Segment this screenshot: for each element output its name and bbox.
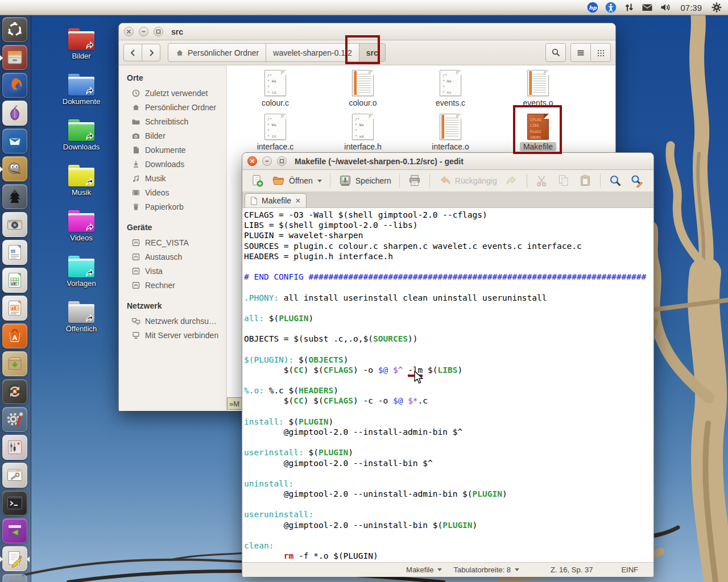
accessibility-icon[interactable] (605, 2, 617, 13)
launcher-item-lo-impress[interactable] (2, 296, 27, 321)
minimize-button[interactable] (262, 156, 272, 166)
launcher-item-mixer[interactable] (2, 435, 27, 460)
desktop-folder-dokumente[interactable]: Dokumente (56, 74, 107, 106)
sidebar-item-bilder[interactable]: Bilder (119, 128, 226, 143)
desktop-folder-öffentlich[interactable]: Öffentlich (56, 301, 107, 333)
clock[interactable]: 07:39 (678, 3, 704, 13)
code-line-15[interactable]: $(PLUGIN): $(OBJECTS) (244, 355, 653, 365)
sidebar-item-persönlicher-ordner[interactable]: Persönlicher Ordner (119, 100, 226, 114)
mail-icon[interactable] (642, 2, 653, 13)
code-line-25[interactable]: @gimptool-2.0 --install-bin $^ (244, 458, 653, 468)
code-line-8[interactable] (244, 282, 653, 292)
breadcrumb-home[interactable]: Persönlicher Ordner (168, 43, 266, 62)
save-button[interactable]: Speichern (335, 172, 395, 189)
sidebar-item-downloads[interactable]: Downloads (119, 157, 226, 171)
desktop-folder-bilder[interactable]: Bilder (56, 28, 107, 60)
code-line-24[interactable]: userinstall: $(PLUGIN) (244, 447, 653, 458)
hp-logo[interactable]: hp (587, 2, 598, 13)
code-line-5[interactable]: HEADERS = plugin.h interface.h (244, 251, 653, 261)
back-button[interactable] (123, 44, 142, 61)
folder-open-button[interactable]: Öffnen (268, 172, 325, 189)
network-arrows-icon[interactable] (623, 2, 635, 13)
code-line-4[interactable]: SOURCES = plugin.c colour.c sharpen.c wa… (244, 241, 653, 251)
sidebar-item-videos[interactable]: Videos (119, 185, 226, 199)
code-line-3[interactable]: PLUGIN = wavelet-sharpen (244, 230, 653, 240)
launcher-item-lo-writer[interactable] (2, 240, 27, 265)
code-line-30[interactable]: useruninstall: (244, 509, 653, 519)
volume-icon[interactable] (660, 2, 671, 13)
grid-view-button[interactable] (590, 43, 611, 62)
doc-new-button[interactable] (247, 172, 267, 189)
print-button[interactable] (404, 172, 425, 189)
file-interface-c[interactable]: /* * Wa * * ininterface.c (231, 113, 319, 156)
code-line-32[interactable] (244, 530, 653, 541)
launcher-item-gimp[interactable] (2, 156, 27, 181)
launcher-item-shotwell[interactable] (2, 212, 27, 237)
desktop-folder-musik[interactable]: Musik (56, 165, 107, 197)
text-editor[interactable]: CFLAGS = -O3 -Wall $(shell gimptool-2.0 … (242, 208, 653, 562)
code-line-31[interactable]: @gimptool-2.0 --uninstall-bin $(PLUGIN) (244, 520, 653, 530)
forward-button[interactable] (142, 44, 160, 61)
file-events-c[interactable]: /* * Wa * * evevents.c (407, 69, 494, 113)
launcher-item-gedit[interactable] (2, 546, 27, 571)
cut-button[interactable] (532, 172, 552, 189)
search-button[interactable] (545, 43, 566, 62)
code-line-23[interactable] (244, 437, 653, 447)
sidebar-item-zuletzt-verwendet[interactable]: Zuletzt verwendet (119, 86, 226, 100)
redo-button[interactable] (502, 172, 522, 189)
launcher-item-thunderbird[interactable] (2, 128, 27, 153)
maximize-button[interactable] (277, 156, 287, 166)
code-line-26[interactable] (244, 468, 653, 479)
sidebar-item-vista[interactable]: Vista (119, 264, 226, 278)
sidebar-item-rec-vista[interactable]: REC_VISTA (119, 235, 226, 250)
sidebar-item-netzwerk-durchsu-[interactable]: Netzwerk durchsu… (119, 314, 226, 328)
undo-button[interactable]: Rückgängig (435, 172, 500, 189)
code-line-10[interactable] (244, 303, 653, 313)
code-line-16[interactable]: $(CC) $(CFLAGS) -o $@ $^ -lm $(LIBS) (244, 365, 653, 375)
code-line-27[interactable]: uninstall: (244, 479, 653, 489)
launcher-item-back-tool[interactable] (2, 518, 27, 543)
tab-close-icon[interactable] (295, 198, 301, 203)
launcher-item-lo-calc[interactable] (2, 268, 27, 293)
code-line-14[interactable] (244, 344, 653, 354)
close-button[interactable] (247, 156, 257, 166)
launcher-item-updater[interactable]: A (2, 379, 27, 404)
desktop-folder-vorlagen[interactable]: Vorlagen (56, 256, 107, 288)
sidebar-item-papierkorb[interactable]: Papierkorb (119, 199, 226, 214)
file-interface-h[interactable]: /* * Wa * * wainterface.h (319, 113, 407, 156)
language-selector[interactable]: Makefile (406, 566, 442, 574)
code-line-13[interactable]: OBJECTS = $(subst .c,.o,$(SOURCES)) (244, 334, 653, 344)
desktop-folder-downloads[interactable]: Downloads (56, 119, 107, 151)
sidebar-item-mit-server-verbinden[interactable]: Mit Server verbinden (119, 328, 226, 342)
find-button[interactable] (605, 172, 626, 189)
code-line-2[interactable]: LIBS = $(shell gimptool-2.0 --libs) (244, 220, 653, 230)
file-interface-o[interactable]: interface.o (407, 113, 494, 156)
launcher-item-terminal[interactable] (2, 490, 27, 516)
code-line-18[interactable]: %.o: %.c $(HEADERS) (244, 385, 653, 396)
launcher-item-inkscape[interactable] (2, 184, 27, 209)
replace-button[interactable] (627, 172, 647, 189)
paste-button[interactable] (575, 172, 595, 189)
code-line-6[interactable] (244, 261, 653, 272)
launcher-item-dash[interactable] (2, 17, 27, 42)
list-view-button[interactable] (570, 43, 591, 62)
launcher-item-window-tool[interactable] (2, 463, 27, 488)
code-line-17[interactable] (244, 375, 653, 385)
launcher-item-settings[interactable] (2, 407, 27, 432)
file-colour-o[interactable]: colour.o (319, 69, 407, 113)
sidebar-item-musik[interactable]: Musik (119, 171, 226, 185)
tab-width-selector[interactable]: Tabulatorbreite: 8 (453, 566, 519, 574)
gedit-titlebar[interactable]: Makefile (~/wavelet-sharpen-0.1.2/src) -… (242, 153, 653, 170)
code-line-7[interactable]: # END CONFIG ###########################… (244, 272, 653, 282)
launcher-item-package[interactable] (2, 351, 27, 376)
desktop-folder-videos[interactable]: Videos (56, 210, 107, 242)
launcher-item-trash[interactable] (2, 574, 27, 582)
code-line-29[interactable] (244, 499, 653, 509)
launcher-item-files[interactable] (2, 45, 27, 70)
sidebar-item-austausch[interactable]: Austausch (119, 250, 226, 264)
copy-button[interactable] (553, 172, 574, 189)
file-colour-c[interactable]: /* * Wa * * cocolour.c (231, 69, 319, 113)
code-line-19[interactable]: $(CC) $(CFLAGS) -c -o $@ $*.c (244, 396, 653, 406)
launcher-item-firefox[interactable] (2, 73, 27, 98)
maximize-button[interactable] (154, 27, 163, 36)
